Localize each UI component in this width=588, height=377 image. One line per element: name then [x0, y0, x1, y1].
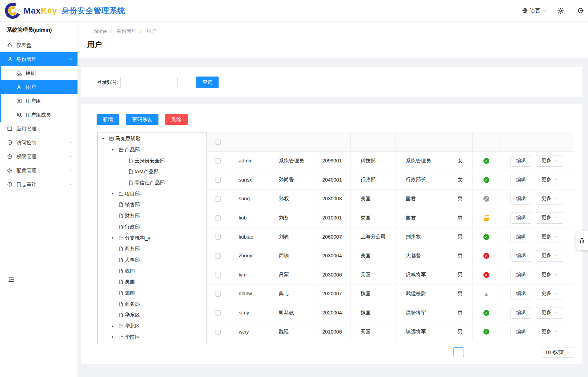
tree-node[interactable]: 人事部 [98, 255, 206, 266]
sidebar-item-group-members[interactable]: 用户组成员 [0, 108, 77, 122]
pagination-page-1[interactable] [454, 347, 464, 357]
caret-right-icon[interactable] [111, 192, 114, 195]
add-button[interactable]: 新增 [97, 114, 119, 125]
edit-button[interactable]: 编辑 [511, 288, 531, 299]
tree-node[interactable]: 商务部 [98, 298, 206, 310]
row-checkbox[interactable] [215, 272, 221, 278]
query-button[interactable]: 查询 [196, 77, 219, 88]
breadcrumb-item[interactable]: 用户 [146, 28, 156, 34]
tree-node[interactable]: IAM产品部 [98, 166, 206, 177]
edit-button[interactable]: 编辑 [511, 307, 531, 319]
more-button[interactable]: 更多 [536, 250, 563, 262]
cell-gender: 男 [448, 303, 472, 322]
tree-node-root[interactable]: 马克思钥匙 [98, 133, 206, 144]
sidebar-item-apps[interactable]: 应用管理 [0, 122, 77, 136]
more-button[interactable]: 更多 [536, 326, 563, 337]
edit-button[interactable]: 编辑 [511, 155, 531, 167]
logout-icon[interactable] [577, 7, 584, 14]
caret-right-icon[interactable] [111, 335, 114, 339]
more-button[interactable]: 更多 [536, 193, 563, 204]
tree-node[interactable]: 行政部 [98, 222, 206, 233]
breadcrumb-item[interactable]: home [94, 29, 107, 34]
tree-node[interactable]: 销售部 [98, 199, 206, 210]
edit-button[interactable]: 编辑 [511, 174, 531, 185]
tree-node[interactable]: 商务部 [98, 243, 206, 255]
cell-position: 镇远将军 [396, 322, 448, 341]
row-checkbox[interactable] [215, 291, 221, 297]
cell-fullname: 司马懿 [269, 303, 312, 322]
pagination-next[interactable] [529, 347, 535, 357]
more-button[interactable]: 更多 [536, 212, 563, 224]
row-checkbox[interactable] [215, 158, 221, 164]
pagination-page-3[interactable] [481, 347, 488, 357]
change-password-button[interactable]: 密码修改 [126, 114, 158, 125]
delete-button[interactable]: 删除 [165, 114, 188, 125]
sidebar-item-audit[interactable]: 日志审计 [0, 177, 77, 191]
pagination-page-5[interactable] [505, 347, 511, 357]
caret-right-icon[interactable] [111, 236, 114, 240]
select-all-checkbox[interactable] [215, 139, 221, 145]
pagination-page-2[interactable] [469, 347, 476, 357]
row-checkbox[interactable] [215, 253, 221, 259]
row-checkbox[interactable] [215, 329, 221, 335]
file-icon [119, 202, 124, 207]
more-button[interactable]: 更多 [536, 174, 563, 185]
row-checkbox[interactable] [215, 215, 221, 221]
tree-node[interactable]: 分支机构_v [98, 232, 206, 243]
tree-node[interactable]: 产品部 [98, 144, 206, 155]
clock-icon [7, 182, 13, 187]
sidebar-item-config[interactable]: 配置管理 [0, 163, 77, 177]
edit-button[interactable]: 编辑 [511, 231, 531, 242]
tree-node[interactable]: 华东区 [98, 310, 206, 321]
row-checkbox[interactable] [215, 177, 221, 183]
tree-node[interactable]: 项目部 [98, 188, 206, 199]
edit-button[interactable]: 编辑 [511, 193, 531, 204]
more-button[interactable]: 更多 [536, 155, 563, 167]
tree-node[interactable]: 华北区 [98, 321, 206, 332]
cell-department: 蜀国 [351, 208, 396, 227]
tree-node[interactable]: 财务部 [98, 210, 206, 222]
login-account-input[interactable] [120, 77, 178, 88]
row-checkbox[interactable] [215, 310, 221, 316]
row-checkbox[interactable] [215, 234, 221, 240]
sidebar-item-organization[interactable]: 组织 [0, 66, 77, 80]
page-size-select[interactable]: 10 条/页 [542, 347, 574, 358]
cell-fullname: 孙尚香 [269, 170, 312, 190]
edit-button[interactable]: 编辑 [511, 250, 531, 262]
language-switcher[interactable]: 语言 [522, 7, 547, 14]
pagination-page-6[interactable] [517, 347, 523, 357]
sidebar-item-user-groups[interactable]: 用户组 [0, 94, 77, 108]
tree-node[interactable]: 吴国 [98, 276, 206, 288]
edit-button[interactable]: 编辑 [511, 269, 531, 280]
sidebar-item-permissions[interactable]: 权限管理 [0, 150, 77, 163]
pagination-page-4[interactable] [493, 347, 499, 357]
floating-widget[interactable] [576, 231, 588, 250]
caret-down-icon[interactable] [111, 148, 114, 152]
more-button[interactable]: 更多 [536, 269, 563, 280]
tree-node[interactable]: 云身份安全部 [98, 155, 206, 166]
row-checkbox[interactable] [215, 196, 221, 202]
more-button[interactable]: 更多 [536, 231, 563, 242]
sidebar-item-users[interactable]: 用户 [0, 80, 77, 94]
more-button[interactable]: 更多 [536, 288, 563, 299]
menu-fold-icon[interactable] [8, 276, 15, 283]
edit-button[interactable]: 编辑 [511, 212, 531, 224]
pagination-prev[interactable] [442, 347, 448, 357]
current-user-label: 系统管理员(admin) [0, 22, 77, 38]
edit-button[interactable]: 编辑 [511, 326, 531, 337]
tree-node[interactable]: 华南区 [98, 331, 206, 343]
caret-right-icon[interactable] [111, 324, 114, 328]
cell-account: zhouy [229, 246, 269, 265]
breadcrumb-item[interactable]: 身份管理 [116, 28, 137, 34]
tree-node[interactable]: 魏国 [98, 265, 206, 276]
settings-gear-icon[interactable] [557, 7, 564, 14]
sidebar-item-access-control[interactable]: 访问控制 [0, 136, 77, 150]
cell-fullname: 刘表 [269, 227, 312, 246]
sidebar-item-dashboard[interactable]: 仪表盘 [0, 38, 77, 52]
sidebar-item-identity[interactable]: 身份管理 [0, 52, 77, 66]
more-button[interactable]: 更多 [536, 307, 563, 319]
tree-node[interactable]: 零信任产品部 [98, 177, 206, 188]
tree-node[interactable]: 蜀国 [98, 288, 206, 299]
caret-down-icon[interactable] [101, 137, 105, 141]
status-icon [483, 196, 489, 202]
